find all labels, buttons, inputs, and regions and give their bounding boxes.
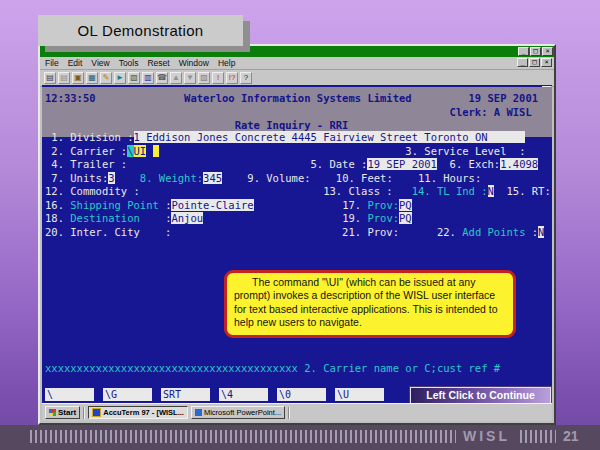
- slide-title-box: OL Demonstration: [38, 15, 243, 46]
- fkey-field-5[interactable]: \0: [277, 388, 326, 401]
- maximize-icon[interactable]: □: [529, 58, 540, 67]
- start-button[interactable]: Start: [45, 406, 80, 419]
- select-icon[interactable]: ►: [114, 72, 126, 84]
- continue-button[interactable]: Left Click to Continue: [410, 387, 551, 404]
- footer-brand: WISL: [456, 428, 517, 444]
- menu-window[interactable]: Window: [179, 58, 209, 68]
- terminal-segment: PQ: [399, 212, 412, 224]
- fkey-field-6[interactable]: \U: [335, 388, 384, 401]
- terminal-line: 16. Shipping Point :Pointe-Claire 17. Pr…: [45, 199, 552, 213]
- print-icon[interactable]: ▤: [44, 72, 56, 84]
- terminal-header-band: 12:33:50 Waterloo Information Systems Li…: [42, 87, 552, 137]
- terminal-segment: Prov:: [367, 212, 399, 224]
- slide: _□× FileEditViewToolsResetWindowHelp _□×…: [0, 0, 600, 450]
- terminal-segment: 20. Inter. City : 21. Prov: 22.: [45, 226, 462, 238]
- terminal-segment: Pointe-Claire: [171, 199, 253, 211]
- taskbar-separator: [288, 407, 290, 419]
- windows-logo-icon: [49, 409, 56, 416]
- break-icon[interactable]: !: [212, 72, 224, 84]
- terminal-segment: Add Points: [462, 226, 532, 238]
- terminal-segment: [115, 172, 140, 184]
- capture-icon[interactable]: ▧: [128, 72, 140, 84]
- terminal-line: 18. Destination :Anjou 19. Prov:PQ: [45, 212, 552, 226]
- fkey-field-4[interactable]: \4: [219, 388, 268, 401]
- terminal-segment: 8. Weight:: [140, 172, 203, 184]
- close-icon[interactable]: ×: [542, 47, 553, 56]
- window-titlebar[interactable]: _□×: [40, 46, 554, 57]
- terminal-icon[interactable]: ▥: [142, 72, 154, 84]
- terminal-segment: [146, 145, 152, 157]
- menu-items: FileEditViewToolsResetWindowHelp: [45, 58, 235, 68]
- minimize-icon[interactable]: _: [518, 47, 529, 56]
- close-icon[interactable]: ×: [541, 58, 552, 67]
- edit-icon[interactable]: ✎: [100, 72, 112, 84]
- dial-icon[interactable]: ☎: [156, 72, 168, 84]
- task-label: Microsoft PowerPoint...: [204, 408, 281, 417]
- reset-icon[interactable]: !?: [226, 72, 238, 84]
- fkey-field-3[interactable]: SRT: [161, 388, 210, 401]
- settings-icon[interactable]: ▨: [198, 72, 210, 84]
- ppt-icon: [195, 409, 202, 416]
- terminal-segment: 9. Volume: 10. Feet: 11. Hours:: [222, 172, 481, 184]
- terminal-segment: 14. TL Ind :: [412, 185, 488, 197]
- terminal-screen[interactable]: ▲ 12:33:50 Waterloo Information Systems …: [42, 85, 552, 410]
- rate-inquiry-form: 1. Division :1 Eddison Jones Concrete 44…: [45, 131, 552, 239]
- terminal-segment: Shipping Point: [70, 199, 165, 211]
- menu-tools[interactable]: Tools: [119, 58, 139, 68]
- terminal-segment: 12. Commodity : 13. Class :: [45, 185, 412, 197]
- menu-view[interactable]: View: [91, 58, 109, 68]
- menu-edit[interactable]: Edit: [68, 58, 83, 68]
- terminal-segment: PQ: [399, 199, 412, 211]
- terminal-status-line: xxxxxxxxxxxxxxxxxxxxxxxxxxxxxxxxxxxxxxxx…: [45, 362, 500, 376]
- terminal-line: 20. Inter. City : 21. Prov: 22. Add Poin…: [45, 226, 552, 240]
- slide-title: OL Demonstration: [78, 22, 204, 39]
- terminal-segment: 2. Carrier :: [45, 145, 127, 157]
- terminal-segment: 1 Eddison Jones Concrete 4445 Fairview S…: [134, 131, 526, 143]
- footer-band: WISL 21: [0, 425, 600, 450]
- terminal-line: 4. Trailer : 5. Date :19 SEP 2001 6. Exc…: [45, 158, 552, 172]
- copy-icon[interactable]: ▣: [72, 72, 84, 84]
- fkey-field-1[interactable]: \: [45, 388, 94, 401]
- accuterm-icon: [92, 408, 101, 417]
- task-buttons: AccuTerm 97 - [WISL...Microsoft PowerPoi…: [88, 406, 285, 419]
- accuterm-window: _□× FileEditViewToolsResetWindowHelp _□×…: [38, 44, 556, 425]
- terminal-segment: UI: [134, 145, 147, 157]
- taskbar-task[interactable]: AccuTerm 97 - [WISL...: [88, 406, 188, 419]
- taskbar-task[interactable]: Microsoft PowerPoint...: [191, 406, 285, 419]
- maximize-icon[interactable]: □: [530, 47, 541, 56]
- terminal-header-line: 12:33:50 Waterloo Information Systems Li…: [42, 92, 552, 106]
- task-label: AccuTerm 97 - [WISL...: [103, 408, 184, 417]
- terminal-line: 2. Carrier :\UI 3. Service Level :: [45, 145, 552, 159]
- download-icon[interactable]: ▼: [184, 72, 196, 84]
- taskbar-separator: [83, 407, 85, 419]
- menu-file[interactable]: File: [45, 58, 59, 68]
- terminal-segment: Destination: [70, 212, 140, 224]
- terminal-segment: Anjou: [171, 212, 203, 224]
- terminal-line: 1. Division :1 Eddison Jones Concrete 44…: [45, 131, 552, 145]
- terminal-segment: 16.: [45, 199, 70, 211]
- terminal-line: 12. Commodity : 13. Class : 14. TL Ind :…: [45, 185, 552, 199]
- terminal-segment: 345: [203, 172, 222, 184]
- terminal-segment: \: [127, 145, 133, 157]
- help-icon[interactable]: ?: [240, 72, 252, 84]
- start-label: Start: [58, 408, 76, 417]
- page-number: 21: [560, 428, 582, 444]
- menu-reset[interactable]: Reset: [147, 58, 169, 68]
- upload-icon[interactable]: ▲: [170, 72, 182, 84]
- paste-icon[interactable]: ▦: [86, 72, 98, 84]
- terminal-segment: 18.: [45, 212, 70, 224]
- fkey-field-2[interactable]: \G: [103, 388, 152, 401]
- window-controls: _□×: [518, 47, 553, 56]
- terminal-segment: Prov:: [367, 199, 399, 211]
- terminal-segment: 7. Units:: [45, 172, 108, 184]
- terminal-segment: 1. Division :: [45, 131, 134, 143]
- terminal-segment: 1.4098: [500, 158, 538, 170]
- terminal-segment: 6. Exch:: [437, 158, 500, 170]
- terminal-segment: 15. RT:: [494, 185, 551, 197]
- menu-help[interactable]: Help: [218, 58, 235, 68]
- annotation-callout: The command "\UI" (which can be issued a…: [224, 270, 516, 338]
- terminal-segment: 4. Trailer : 5. Date :: [45, 158, 367, 170]
- minimize-icon[interactable]: _: [517, 58, 528, 67]
- print-preview-icon[interactable]: ▤: [58, 72, 70, 84]
- terminal-line: 7. Units:3 8. Weight:345 9. Volume: 10. …: [45, 172, 552, 186]
